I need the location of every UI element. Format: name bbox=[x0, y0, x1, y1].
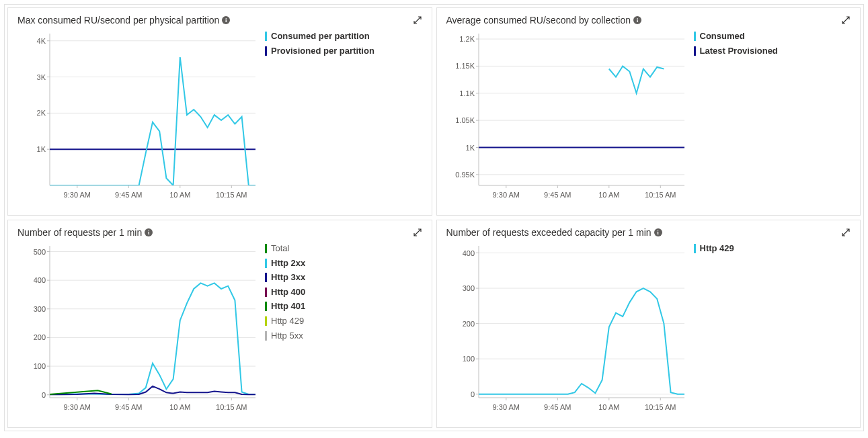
svg-text:200: 200 bbox=[462, 320, 474, 328]
panel-body: 01002003004005009:30 AM9:45 AM10 AM10:15… bbox=[17, 242, 422, 419]
legend-item[interactable]: Http 429 bbox=[694, 243, 851, 254]
svg-text:9:45 AM: 9:45 AM bbox=[115, 191, 142, 199]
chart-svg: 01002003004009:30 AM9:45 AM10 AM10:15 AM bbox=[446, 242, 688, 417]
chart-area: 01002003004005009:30 AM9:45 AM10 AM10:15… bbox=[17, 242, 260, 419]
svg-text:9:45 AM: 9:45 AM bbox=[544, 403, 571, 411]
svg-text:9:30 AM: 9:30 AM bbox=[492, 403, 519, 411]
legend-item[interactable]: Total bbox=[265, 243, 422, 254]
svg-text:1K: 1K bbox=[465, 144, 475, 152]
svg-text:0: 0 bbox=[42, 391, 46, 399]
chart-area: 1K2K3K4K9:30 AM9:45 AM10 AM10:15 AM bbox=[17, 30, 260, 207]
svg-text:300: 300 bbox=[34, 305, 46, 313]
svg-text:10:15 AM: 10:15 AM bbox=[645, 191, 676, 199]
legend-swatch bbox=[265, 244, 267, 253]
legend-label: Http 429 bbox=[271, 316, 422, 326]
legend-label: Http 2xx bbox=[271, 258, 422, 269]
svg-text:400: 400 bbox=[34, 276, 46, 284]
svg-text:9:30 AM: 9:30 AM bbox=[64, 191, 91, 199]
panel-body: 01002003004009:30 AM9:45 AM10 AM10:15 AM… bbox=[446, 242, 851, 419]
info-icon[interactable]: i bbox=[145, 228, 153, 236]
expand-icon[interactable] bbox=[841, 15, 851, 25]
legend: Consumed per partitionProvisioned per pa… bbox=[265, 30, 422, 207]
panel-body: 0.95K1K1.05K1.1K1.15K1.2K9:30 AM9:45 AM1… bbox=[446, 30, 851, 207]
expand-icon[interactable] bbox=[413, 15, 422, 25]
svg-text:10 AM: 10 AM bbox=[598, 191, 619, 199]
chart-area: 01002003004009:30 AM9:45 AM10 AM10:15 AM bbox=[446, 242, 688, 419]
expand-icon[interactable] bbox=[413, 228, 422, 237]
svg-text:10 AM: 10 AM bbox=[169, 191, 190, 199]
legend-item[interactable]: Http 401 bbox=[265, 301, 422, 312]
svg-text:100: 100 bbox=[462, 355, 474, 363]
panel-header: Max consumed RU/second per physical part… bbox=[17, 15, 422, 26]
panel-title: Number of requests exceeded capacity per… bbox=[446, 227, 652, 238]
svg-text:0: 0 bbox=[470, 390, 474, 398]
legend-label: Http 3xx bbox=[271, 272, 422, 283]
svg-text:3K: 3K bbox=[37, 73, 46, 81]
legend-item[interactable]: Http 5xx bbox=[265, 331, 422, 341]
svg-text:10 AM: 10 AM bbox=[598, 403, 619, 411]
legend-label: Consumed per partition bbox=[271, 31, 422, 42]
chart-svg: 1K2K3K4K9:30 AM9:45 AM10 AM10:15 AM bbox=[17, 30, 260, 204]
panel-header: Number of requests per 1 min i bbox=[17, 227, 422, 238]
title-wrap: Max consumed RU/second per physical part… bbox=[17, 15, 230, 26]
legend-swatch bbox=[265, 32, 267, 41]
info-icon[interactable]: i bbox=[654, 228, 662, 236]
legend-item[interactable]: Http 429 bbox=[265, 316, 422, 326]
svg-text:9:45 AM: 9:45 AM bbox=[544, 191, 571, 199]
legend-item[interactable]: Http 2xx bbox=[265, 258, 422, 269]
legend: ConsumedLatest Provisioned bbox=[694, 30, 851, 207]
svg-text:1K: 1K bbox=[37, 145, 46, 153]
legend-label: Latest Provisioned bbox=[700, 46, 851, 56]
legend-swatch bbox=[694, 46, 696, 56]
svg-text:100: 100 bbox=[34, 362, 46, 370]
chart-svg: 01002003004005009:30 AM9:45 AM10 AM10:15… bbox=[17, 242, 260, 417]
panel-title: Number of requests per 1 min bbox=[17, 227, 142, 238]
svg-text:400: 400 bbox=[462, 249, 474, 257]
svg-text:500: 500 bbox=[34, 248, 46, 256]
panel-body: 1K2K3K4K9:30 AM9:45 AM10 AM10:15 AM Cons… bbox=[17, 30, 422, 207]
legend-swatch bbox=[265, 331, 267, 341]
legend-label: Consumed bbox=[700, 31, 851, 42]
legend: Http 429 bbox=[694, 242, 851, 419]
svg-text:1.05K: 1.05K bbox=[455, 116, 475, 124]
svg-text:1.2K: 1.2K bbox=[459, 35, 475, 43]
legend-item[interactable]: Consumed bbox=[694, 31, 851, 42]
legend-swatch bbox=[265, 302, 267, 311]
legend-item[interactable]: Provisioned per partition bbox=[265, 46, 422, 56]
legend-swatch bbox=[694, 32, 696, 41]
legend-item[interactable]: Http 3xx bbox=[265, 272, 422, 283]
svg-text:200: 200 bbox=[34, 333, 46, 341]
legend-swatch bbox=[265, 288, 267, 297]
panel-header: Average consumed RU/second by collection… bbox=[446, 15, 851, 26]
legend-swatch bbox=[694, 244, 696, 253]
legend: TotalHttp 2xxHttp 3xxHttp 400Http 401Htt… bbox=[265, 242, 422, 419]
legend-swatch bbox=[265, 46, 267, 56]
panel-header: Number of requests exceeded capacity per… bbox=[446, 227, 851, 238]
svg-text:300: 300 bbox=[462, 284, 474, 292]
legend-swatch bbox=[265, 316, 267, 326]
svg-text:9:45 AM: 9:45 AM bbox=[115, 403, 142, 411]
legend-swatch bbox=[265, 259, 267, 268]
panel-req-exceeded: Number of requests exceeded capacity per… bbox=[436, 220, 861, 428]
svg-text:10:15 AM: 10:15 AM bbox=[645, 403, 676, 411]
panel-max-ru: Max consumed RU/second per physical part… bbox=[7, 7, 432, 216]
legend-item[interactable]: Latest Provisioned bbox=[694, 46, 851, 56]
title-wrap: Number of requests per 1 min i bbox=[17, 227, 153, 238]
panel-req-1min: Number of requests per 1 min i 010020030… bbox=[7, 220, 432, 428]
svg-text:1.15K: 1.15K bbox=[455, 62, 475, 70]
legend-swatch bbox=[265, 273, 267, 282]
panel-title: Average consumed RU/second by collection bbox=[446, 15, 631, 26]
svg-text:9:30 AM: 9:30 AM bbox=[64, 403, 91, 411]
title-wrap: Average consumed RU/second by collection… bbox=[446, 15, 641, 26]
legend-label: Http 401 bbox=[271, 301, 422, 312]
expand-icon[interactable] bbox=[841, 228, 851, 237]
legend-item[interactable]: Http 400 bbox=[265, 287, 422, 298]
panel-title: Max consumed RU/second per physical part… bbox=[17, 15, 219, 26]
title-wrap: Number of requests exceeded capacity per… bbox=[446, 227, 662, 238]
legend-item[interactable]: Consumed per partition bbox=[265, 31, 422, 42]
panel-avg-ru: Average consumed RU/second by collection… bbox=[436, 7, 861, 216]
info-icon[interactable]: i bbox=[222, 16, 230, 24]
legend-label: Total bbox=[271, 243, 422, 254]
info-icon[interactable]: i bbox=[633, 16, 641, 24]
legend-label: Http 429 bbox=[700, 243, 851, 254]
